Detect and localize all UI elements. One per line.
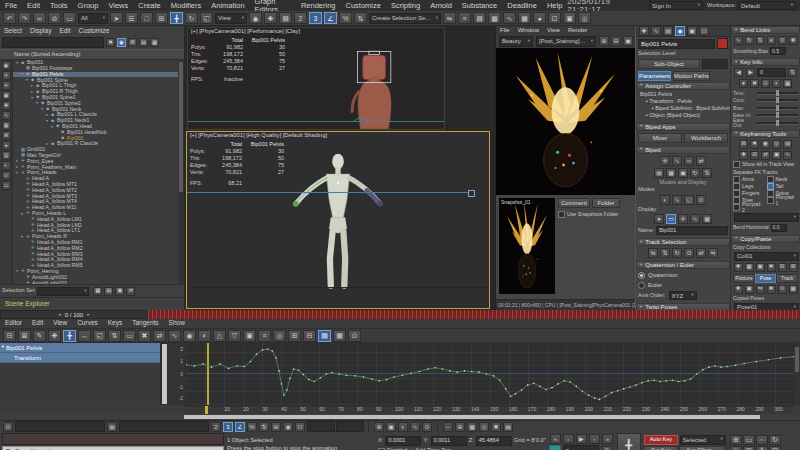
y-field[interactable]: 0.0011	[431, 436, 467, 446]
frame-horizontal-extents-icon[interactable]: ⊞	[288, 330, 301, 342]
delete-all-collections-icon[interactable]: ⊟	[778, 263, 787, 272]
body-rotation-icon[interactable]: ↻	[672, 248, 682, 258]
menu-file[interactable]: File	[496, 27, 514, 33]
checkbox-tail[interactable]: Tail	[767, 184, 799, 190]
transform-gizmo-button[interactable]: ╋	[617, 433, 641, 450]
object-name-field[interactable]: Bip001 Pelvis	[638, 39, 715, 49]
tab-scene-explorer[interactable]: Scene Explorer	[2, 301, 52, 308]
tab-modify-icon[interactable]: ∿	[651, 26, 661, 36]
max-mode-icon[interactable]: ⊞	[789, 263, 798, 272]
menu-group[interactable]: Group	[73, 2, 104, 10]
menu-arnold[interactable]: Arnold	[425, 2, 457, 10]
angle-snap-toggle-icon[interactable]: ∠	[324, 12, 337, 24]
menu-rendering[interactable]: Rendering	[296, 2, 341, 10]
quaternion-radio[interactable]: Quaternion	[638, 271, 728, 279]
show-footsteps-icon[interactable]: ✛	[678, 214, 688, 224]
bind-to-space-warp-icon[interactable]: ▭	[63, 12, 76, 24]
menu-modifiers[interactable]: Modifiers	[166, 2, 206, 10]
copy-pose-icon[interactable]: ✚	[734, 285, 743, 294]
rollout-biped-apps[interactable]: Biped Apps	[636, 123, 730, 131]
buffer-curves-icon[interactable]: ▦	[333, 330, 346, 342]
filter-sets-icon[interactable]: ⇄	[126, 287, 135, 296]
keyboard-shortcut-override-icon[interactable]: ▤	[279, 12, 292, 24]
angle-snap-icon[interactable]: ∠	[235, 422, 245, 432]
track-bar-keys[interactable]	[148, 310, 800, 319]
next-frame-icon[interactable]: ›	[589, 434, 600, 444]
align-icon[interactable]: ≡	[458, 12, 471, 24]
sub-object-spinner[interactable]	[702, 59, 728, 69]
folder-button[interactable]: Folder	[592, 198, 620, 208]
zoom-region-icon[interactable]: ▭	[743, 435, 755, 445]
fast-tangent-icon[interactable]: △	[213, 330, 226, 342]
filter-bones-icon[interactable]: ●	[2, 141, 11, 150]
next-key-icon[interactable]: ▶	[746, 68, 755, 77]
filter-materials-icon[interactable]: ◐	[2, 161, 11, 170]
compare-horizontal-icon[interactable]: ▣	[623, 36, 633, 46]
freeform-icon[interactable]: ⊟	[750, 151, 759, 160]
region-mode-icon[interactable]: ◎	[479, 422, 489, 432]
show-objects-icon[interactable]: ▭	[666, 214, 676, 224]
tab-display-icon[interactable]: ▣	[687, 26, 697, 36]
zoom-mode-icon[interactable]: ⊕	[455, 422, 465, 432]
snaps-toggle-2d-icon[interactable]: 2	[294, 12, 307, 24]
biped-name-field[interactable]: Bip001	[656, 226, 728, 235]
buffer-mode-icon[interactable]: ◐	[660, 195, 670, 205]
curve-tree-item-transform[interactable]: Transform	[0, 353, 160, 363]
filter-helpers-icon[interactable]: ✚	[2, 101, 11, 110]
redo-icon[interactable]: ↷	[18, 12, 31, 24]
pan-view-icon[interactable]: ⇔	[756, 435, 768, 445]
menu-views[interactable]: Views	[103, 2, 133, 10]
select-by-name-icon[interactable]: ☰	[125, 12, 138, 24]
explorer-scrollbar[interactable]	[178, 60, 184, 284]
display-preferences-icon[interactable]: ▦	[702, 214, 712, 224]
select-and-scale-icon[interactable]: ◱	[200, 12, 213, 24]
filter-keys-icon[interactable]: ⊟	[3, 330, 16, 342]
toggle-layer-explorer-icon[interactable]: ▤	[473, 12, 486, 24]
show-notes-icon[interactable]: ▦	[789, 285, 798, 294]
menu-customize[interactable]: Customize	[341, 2, 386, 10]
menu-animation[interactable]: Animation	[206, 2, 249, 10]
menu-keys[interactable]: Keys	[103, 320, 127, 327]
object-color-swatch[interactable]	[717, 38, 728, 49]
delete-keys-icon[interactable]: ✖	[138, 330, 151, 342]
save-collection-icon[interactable]: ▣	[756, 263, 765, 272]
time-tag-field-1[interactable]	[307, 421, 335, 432]
menu-tangents[interactable]: Tangents	[127, 320, 163, 327]
show-all-track-view-checkbox[interactable]: Show All in Track View	[733, 162, 798, 168]
render-production-icon[interactable]: ◎	[578, 12, 591, 24]
ruler-time-cursor[interactable]	[205, 406, 208, 414]
filter-shapes-icon[interactable]: ✛	[2, 71, 11, 80]
selection-set-dropdown[interactable]: ▾	[37, 287, 89, 296]
maximize-viewport-toggle-icon[interactable]: ⊡	[769, 446, 781, 450]
menu-deadline[interactable]: Deadline	[502, 2, 542, 10]
isolate-selection-icon[interactable]: ⊙	[422, 422, 432, 432]
fk-tracks-dropdown[interactable]: ▾	[734, 213, 799, 222]
tcb-toggle-icon[interactable]: ⊙	[761, 79, 770, 88]
time-config-icon[interactable]: ⊙	[602, 446, 612, 450]
slider-ease-out-[interactable]: Ease Out:	[733, 120, 798, 127]
percent-snap-toggle-icon[interactable]: %	[339, 12, 352, 24]
save-file-icon[interactable]: ▣	[678, 168, 688, 178]
delete-key-icon[interactable]: ✖	[750, 79, 759, 88]
grid-toggle-icon[interactable]: ▦	[467, 422, 477, 432]
viewport-top[interactable]: [+] [PhysCamera001] [Performance] [Clay]…	[187, 27, 445, 130]
animation-properties-icon[interactable]: ▤	[783, 140, 792, 149]
play-animation-icon[interactable]: ▶	[576, 434, 587, 444]
motion-flow-mode-icon[interactable]: ∞	[684, 156, 694, 166]
auto-tangent-icon[interactable]: ◉	[183, 330, 196, 342]
layer-toggle-icon[interactable]: ▤	[503, 422, 513, 432]
explorer-column-header[interactable]: Name (Sorted Ascending)	[0, 49, 184, 60]
key-selection-dropdown[interactable]: Selected▾	[680, 435, 726, 445]
twist-individual-mode-icon[interactable]: ⇅	[756, 36, 765, 45]
curve-graph[interactable]	[186, 343, 794, 405]
checkbox-ponytail-2[interactable]: Ponytail 2	[733, 205, 765, 211]
menu-view[interactable]: View	[543, 27, 564, 33]
previous-key-icon[interactable]: ◀	[734, 68, 743, 77]
window-crossing-icon[interactable]: ⊞	[155, 12, 168, 24]
curves-toggle-icon[interactable]: ∿	[783, 151, 792, 160]
show-bones-icon[interactable]: ●	[654, 214, 664, 224]
zero-all-icon[interactable]: ✚	[789, 36, 798, 45]
time-slider-back-icon[interactable]: ◂	[58, 312, 61, 317]
sign-in-dropdown[interactable]: Sign In▾	[649, 1, 703, 10]
select-object-icon[interactable]: ➤	[110, 12, 123, 24]
